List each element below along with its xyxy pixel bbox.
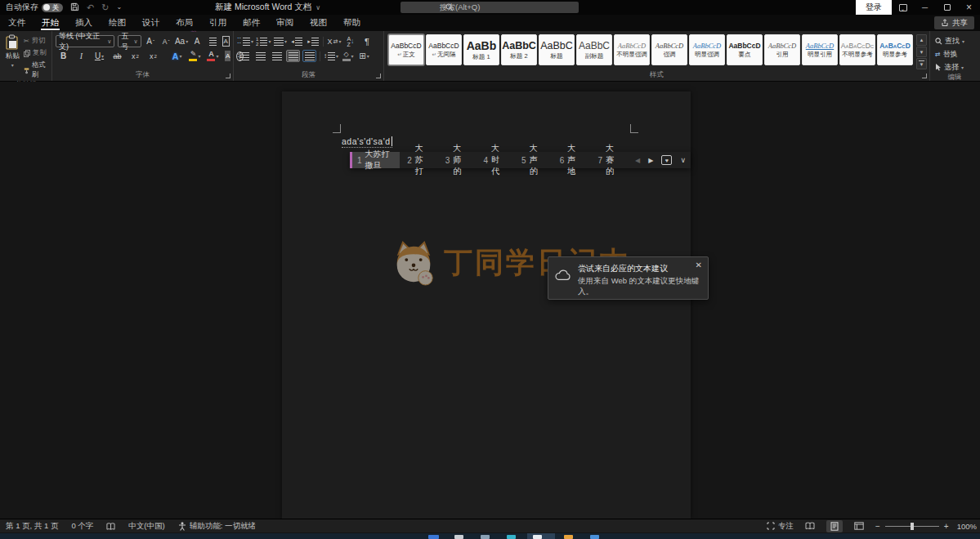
align-center-button[interactable] (253, 50, 267, 62)
ime-candidate[interactable]: 3大师的 (438, 152, 477, 168)
ime-candidate[interactable]: 6大声地 (553, 152, 591, 168)
zoom-in-button[interactable]: + (944, 522, 949, 531)
superscript-button[interactable]: x2 (147, 50, 159, 62)
bullets-button[interactable]: ⁚⁚▾ (237, 35, 253, 47)
style-card[interactable]: AaBbCcD要点 (727, 34, 763, 65)
style-card[interactable]: AaBbCcD明显引用 (802, 34, 838, 65)
shading-button[interactable]: ◇▾ (341, 50, 355, 62)
decrease-indent-button[interactable]: ◂ (289, 35, 303, 47)
page-indicator[interactable]: 第 1 页, 共 1 页 (6, 521, 58, 532)
select-button[interactable]: 选择▾ (935, 62, 976, 73)
style-card[interactable]: AaBbCcD明显强调 (689, 34, 725, 65)
autosave-switch-icon[interactable]: 关 (42, 3, 63, 12)
style-card[interactable]: AaBbCcD强调 (651, 34, 687, 65)
asian-layout-button[interactable]: X⇄▾ (327, 35, 341, 47)
borders-button[interactable]: ⊞▾ (357, 50, 371, 62)
tab-design[interactable]: 设计 (134, 15, 168, 31)
tab-draw[interactable]: 绘图 (101, 15, 134, 31)
style-card[interactable]: AaBaCcDc不明显参考 (839, 34, 875, 65)
change-case-button[interactable]: Aa▾ (176, 35, 188, 47)
styles-scroll-down-icon[interactable]: ▼ (916, 47, 927, 58)
replace-button[interactable]: ⇄ 替换 (935, 49, 976, 60)
ime-prev-page-icon[interactable]: ◀ (635, 157, 640, 164)
increase-indent-button[interactable]: ▸ (306, 35, 320, 47)
tab-home[interactable]: 开始 (34, 15, 67, 31)
signin-button[interactable]: 登录 (856, 0, 892, 15)
document-page[interactable]: ada's'd'sa'd 1大苏打撒旦2大苏打3大师的4大时代5大声的6大声地7… (282, 91, 691, 519)
tab-file[interactable]: 文件 (0, 15, 34, 31)
undo-icon[interactable]: ↶ (87, 3, 94, 12)
style-card[interactable]: AaBbCcD↵正文 (388, 34, 424, 65)
ime-expand-icon[interactable]: ∨ (680, 156, 686, 164)
customize-qat-icon[interactable]: ⌄ (116, 4, 122, 11)
redo-icon[interactable]: ↻ (101, 3, 109, 12)
align-right-button[interactable] (270, 50, 284, 62)
styles-more-icon[interactable]: ▼ (916, 58, 927, 69)
find-button[interactable]: 查找▾ (935, 36, 976, 47)
taskbar-icon[interactable] (590, 535, 599, 539)
styles-scroll-up-icon[interactable]: ▲ (916, 34, 927, 46)
style-card[interactable]: AaBbCcD↵无间隔 (426, 34, 462, 65)
show-marks-button[interactable]: ¶ (360, 35, 374, 47)
character-shading-button[interactable]: A (225, 51, 230, 61)
multilevel-list-button[interactable]: ▾ (273, 35, 287, 47)
font-dialog-launcher-icon[interactable] (226, 74, 230, 78)
ime-candidate[interactable]: 4大时代 (476, 152, 514, 168)
ime-candidate[interactable]: 5大声的 (514, 152, 553, 168)
print-layout-button[interactable] (826, 520, 843, 532)
styles-dialog-launcher-icon[interactable] (922, 74, 927, 78)
bold-button[interactable]: B (57, 50, 69, 62)
tab-mailings[interactable]: 邮件 (235, 15, 268, 31)
word-count[interactable]: 0 个字 (71, 521, 93, 532)
tab-references[interactable]: 引用 (201, 15, 235, 31)
taskbar-icon[interactable] (428, 535, 439, 539)
taskbar-icon[interactable] (564, 535, 573, 539)
ime-candidate[interactable]: 7大赛的 (590, 152, 629, 168)
numbering-button[interactable]: 12▾ (256, 35, 271, 47)
autosave-toggle[interactable]: 自动保存 关 (6, 2, 63, 13)
font-size-select[interactable]: 五号∨ (118, 35, 141, 47)
tab-help[interactable]: 帮助 (335, 15, 369, 31)
minimize-button[interactable]: ─ (914, 0, 936, 15)
save-icon[interactable] (70, 2, 79, 13)
cut-button[interactable]: ✂剪切 (24, 36, 48, 46)
copy-button[interactable]: 复制 (24, 48, 48, 58)
distribute-button[interactable] (302, 50, 316, 62)
highlight-color-button[interactable]: ✎▾ (189, 50, 201, 62)
read-mode-button[interactable] (802, 520, 818, 532)
document-title[interactable]: 新建 Microsoft Word 文档 ∨ (215, 0, 320, 15)
shrink-font-button[interactable]: Aˇ (160, 35, 172, 47)
ribbon-display-options-button[interactable]: ⌄ (892, 0, 914, 15)
zoom-thumb[interactable] (911, 523, 914, 530)
language-indicator[interactable]: 中文(中国) (128, 521, 164, 532)
proofing-status-icon[interactable] (106, 522, 115, 531)
line-spacing-button[interactable]: ↕▾ (324, 50, 338, 62)
sort-button[interactable]: AZ↓ (343, 35, 357, 47)
justify-button[interactable] (286, 50, 300, 62)
grow-font-button[interactable]: Aˆ (145, 35, 157, 47)
zoom-track[interactable] (885, 526, 939, 527)
ime-toolbox-icon[interactable]: ♥ (661, 155, 672, 165)
text-effects-button[interactable]: A▾ (171, 50, 183, 62)
focus-mode-button[interactable]: 专注 (767, 521, 794, 532)
search-input[interactable]: 搜索(Alt+Q) (401, 2, 579, 13)
ime-candidate[interactable]: 1大苏打撒旦 (350, 152, 400, 168)
style-card[interactable]: AaBbCcD不明显强调 (614, 34, 650, 65)
format-painter-button[interactable]: 格式刷 (24, 60, 48, 80)
italic-button[interactable]: I (75, 50, 87, 62)
web-layout-button[interactable] (851, 520, 867, 532)
ime-candidate[interactable]: 2大苏打 (400, 152, 438, 168)
share-button[interactable]: 共享 (934, 16, 974, 29)
tab-review[interactable]: 审阅 (268, 15, 302, 31)
suggestion-close-icon[interactable]: ✕ (696, 261, 702, 270)
taskbar-icon[interactable] (533, 535, 542, 539)
ime-next-page-icon[interactable]: ▶ (648, 157, 653, 164)
font-color-button[interactable]: A▾ (207, 50, 219, 62)
font-name-select[interactable]: 等线 (中文正文)∨ (56, 35, 114, 47)
style-card[interactable]: AaBaCcD明显参考 (877, 34, 913, 65)
style-card[interactable]: AaBbC标题 2 (501, 34, 537, 65)
tab-layout[interactable]: 布局 (168, 15, 201, 31)
paragraph-dialog-launcher-icon[interactable] (376, 74, 381, 78)
paste-button[interactable]: 粘贴 ▾ (3, 34, 22, 80)
align-left-button[interactable] (237, 50, 251, 62)
